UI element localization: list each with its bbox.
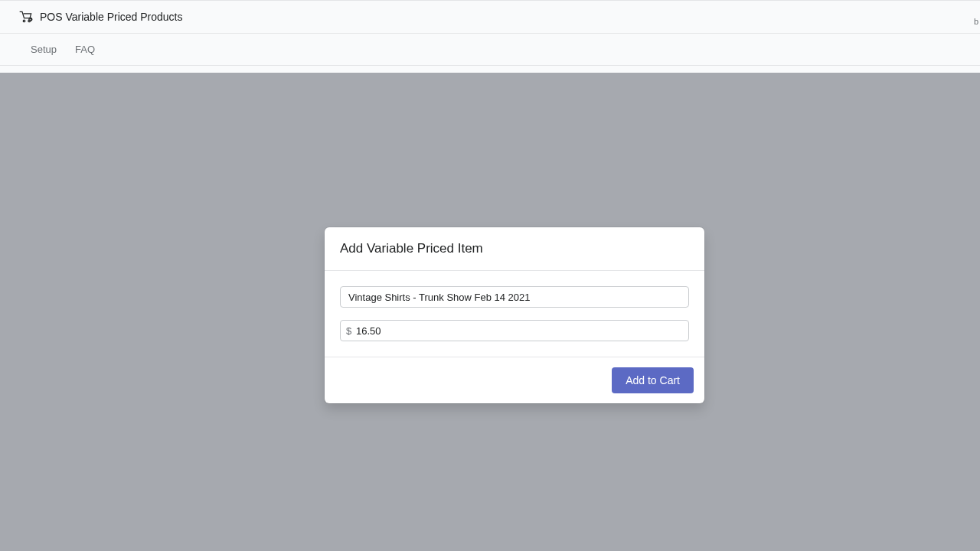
- tab-faq[interactable]: FAQ: [75, 44, 95, 55]
- add-to-cart-button[interactable]: Add to Cart: [612, 367, 694, 393]
- modal-body: $: [325, 271, 704, 357]
- app-header: POS Variable Priced Products: [0, 0, 980, 34]
- svg-point-0: [28, 18, 32, 21]
- currency-symbol: $: [346, 325, 351, 337]
- price-input[interactable]: [340, 320, 689, 341]
- tab-setup[interactable]: Setup: [31, 44, 57, 55]
- price-field-wrap: $: [340, 320, 689, 341]
- modal-footer: Add to Cart: [325, 357, 704, 403]
- app-title: POS Variable Priced Products: [40, 11, 183, 23]
- tabs-bar: Setup FAQ: [0, 34, 980, 66]
- modal-header: Add Variable Priced Item: [325, 227, 704, 271]
- modal-add-variable-priced-item: Add Variable Priced Item $ Add to Cart: [325, 227, 704, 403]
- modal-title: Add Variable Priced Item: [340, 241, 689, 256]
- app-logo-icon: [18, 10, 34, 24]
- product-name-field-wrap: [340, 286, 689, 308]
- product-name-input[interactable]: [340, 286, 689, 308]
- header-right-char: b: [974, 17, 978, 26]
